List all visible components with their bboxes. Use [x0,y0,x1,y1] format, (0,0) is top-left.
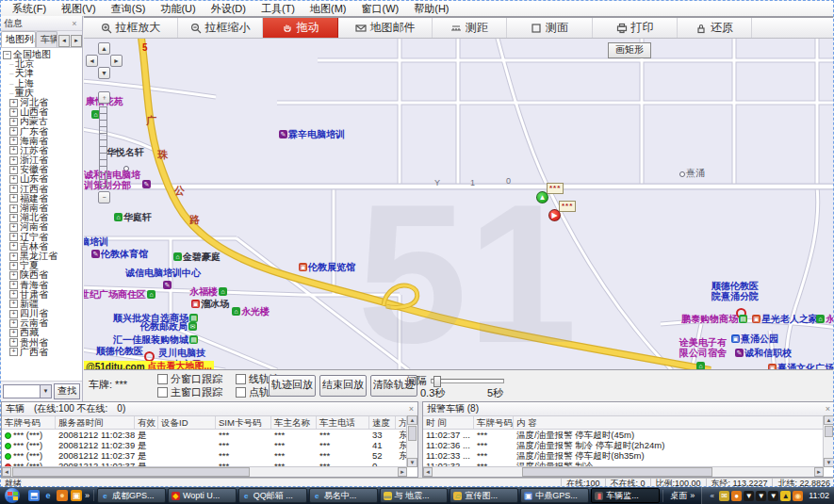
tray-mail-icon[interactable]: ✉ [719,491,729,501]
tray-chevron-icon[interactable]: « [707,491,717,501]
toolbar-button-zoom-out[interactable]: 拉框缩小 [178,18,263,38]
menu-item[interactable]: 视图(V) [54,2,104,16]
map-canvas[interactable]: 51 康怡花苑⌂华悦名轩诚和信电脑培训策划分部✎✎霖辛电脑培训⌂华庭轩脑培训✎伦… [84,39,834,370]
toolbar-button-zoom-in[interactable]: 拉框放大 [84,18,178,38]
tree-expand-icon[interactable]: + [9,166,18,174]
menu-item[interactable]: 窗口(W) [354,2,407,16]
51ditu-watermark[interactable]: @51ditu.com 点击看大地图... [84,361,214,370]
tray-clock-icon[interactable]: ● [731,491,742,501]
quicklaunch-overflow-icon[interactable]: » [85,491,90,500]
table-row[interactable]: 11:02:36 ...***温度/油量报警 制冷 停车超时(2h24m) [423,440,834,450]
tree-expand-icon[interactable]: + [9,214,18,222]
tree-item[interactable]: +云南省 [3,318,82,328]
tree-expand-icon[interactable]: + [9,319,18,328]
alarm-table-vscroll[interactable]: ▲ ▼ [823,415,834,467]
tree-expand-icon[interactable]: + [9,146,18,154]
table-row[interactable]: *** (***)20081212 11:02:37是*********52东 [2,450,417,461]
scroll-up-icon[interactable]: ▲ [824,415,834,425]
vehicle-table-hscroll[interactable]: ◄ ► [2,466,407,477]
scroll-down-icon[interactable]: ▼ [824,458,834,467]
tree-expand-icon[interactable]: + [9,108,18,117]
tree-item[interactable]: +黑龙江省 [3,252,82,261]
table-row[interactable]: 11:02:33 ...***温度/油量报警 停车超时(8h35m) [423,450,834,461]
menu-item[interactable]: 功能(U) [153,2,203,16]
column-header[interactable]: 速度 [369,416,396,429]
tray-qq-icon[interactable]: ▼ [756,491,766,501]
column-header[interactable]: 车牌号码 [474,416,514,429]
pan-left-button[interactable]: ◄ [86,55,98,67]
column-header[interactable]: 车主名称 [271,416,317,429]
tree-expand-icon[interactable]: + [9,194,18,203]
start-button[interactable] [0,487,25,504]
column-header[interactable]: 设备ID [158,416,216,429]
vehicle-tag[interactable]: *** [547,183,564,194]
tree-expand-icon[interactable]: + [9,348,18,356]
table-row[interactable]: *** (***)20081212 11:02:38是*********33东 [2,430,417,440]
column-header[interactable]: 车主电话 [317,416,369,429]
zoom-slider[interactable] [99,106,107,189]
tab-vehicles[interactable]: 车辆 [36,31,57,47]
tree-item[interactable]: +广西省 [3,348,82,357]
pan-up-button[interactable]: ▲ [98,42,110,55]
quicklaunch-im-icon[interactable]: ⬒ [28,490,40,501]
tree-expand-icon[interactable]: + [9,204,18,213]
scroll-right-icon[interactable]: ► [814,467,824,477]
vehicle-tag[interactable]: *** [559,201,576,212]
track-checkbox[interactable]: 主窗口跟踪 [157,385,222,398]
tree-expand-icon[interactable]: + [9,118,18,126]
track-button[interactable]: 结束回放 [319,375,367,397]
pan-right-button[interactable]: ► [110,55,123,67]
toolbar-button-area[interactable]: 测面 [507,18,593,38]
search-combo[interactable]: ▼ [3,384,52,398]
chevron-right-icon[interactable]: » [690,491,695,500]
scroll-up-icon[interactable]: ▲ [407,415,417,425]
checkbox-icon[interactable] [236,374,246,384]
toolbar-button-mail[interactable]: 地图邮件 [338,18,433,38]
scroll-left-icon[interactable]: ◄ [423,467,433,477]
menu-item[interactable]: 查询(S) [104,2,154,16]
vehicle-marker-red[interactable]: ▶ [548,209,561,221]
interval-slider[interactable] [431,379,504,383]
pan-down-button[interactable]: ▼ [98,67,110,79]
task-button[interactable]: eQQ邮箱 ... [238,488,307,503]
find-button[interactable]: 查找 [54,383,80,399]
toolbar-button-drag[interactable]: 拖动 [263,18,338,38]
hscroll-thumb[interactable] [522,467,712,477]
column-header[interactable]: 有效 [135,416,158,429]
menu-item[interactable]: 外设(D) [204,2,253,16]
task-button[interactable]: e成都GPS... [97,488,166,503]
scroll-right-icon[interactable]: ► [398,467,407,477]
alarm-panel-close-icon[interactable]: × [826,404,830,414]
tree-expand-icon[interactable]: + [9,137,18,145]
tray-qq-icon[interactable]: ▼ [744,491,754,501]
tree-expand-icon[interactable]: + [9,310,18,318]
track-checkbox[interactable]: 分窗口跟踪 [157,372,222,385]
alarm-table-hscroll[interactable]: ◄ ► [423,466,824,477]
watermark-link[interactable]: 点击看大地图... [148,360,212,370]
tree-expand-icon[interactable]: + [9,99,18,107]
tray-alert-icon[interactable]: ▲ [780,491,791,501]
tree-expand-icon[interactable]: + [9,338,18,347]
vscroll-thumb[interactable] [408,426,417,441]
tab-scroll-icon[interactable]: ► [71,35,82,47]
track-button[interactable]: 轨迹回放 [269,375,316,397]
column-header[interactable]: 车牌号码 [2,416,56,429]
tray-ball-icon[interactable]: ◉ [793,491,803,501]
checkbox-icon[interactable] [157,387,168,398]
menu-item[interactable]: 地图(M) [303,2,354,16]
column-header[interactable]: 时 间 [423,416,474,429]
vehicle-table-vscroll[interactable]: ▲ ▼ [406,415,417,467]
sidebar-close-icon[interactable]: × [70,19,79,28]
draw-rectangle-button[interactable]: 画矩形 [608,42,651,58]
scroll-left-icon[interactable]: ◄ [2,467,11,477]
quicklaunch-appsq-icon[interactable]: ▣ [71,490,82,501]
table-row[interactable]: *** (***)20081212 11:02:39是*********41东 [2,440,417,450]
vscroll-thumb[interactable] [825,426,833,437]
vehicle-marker-green[interactable]: ▲ [536,191,548,203]
quicklaunch-ball-icon[interactable]: ● [57,490,68,501]
tree-expand-icon[interactable]: + [9,223,18,232]
desktop-toolbar[interactable]: 桌面 » [662,490,701,502]
tree-expand-icon[interactable]: + [9,329,18,337]
task-button[interactable]: ▮车辆监... [591,488,660,503]
tree-expand-icon[interactable]: + [9,281,18,289]
